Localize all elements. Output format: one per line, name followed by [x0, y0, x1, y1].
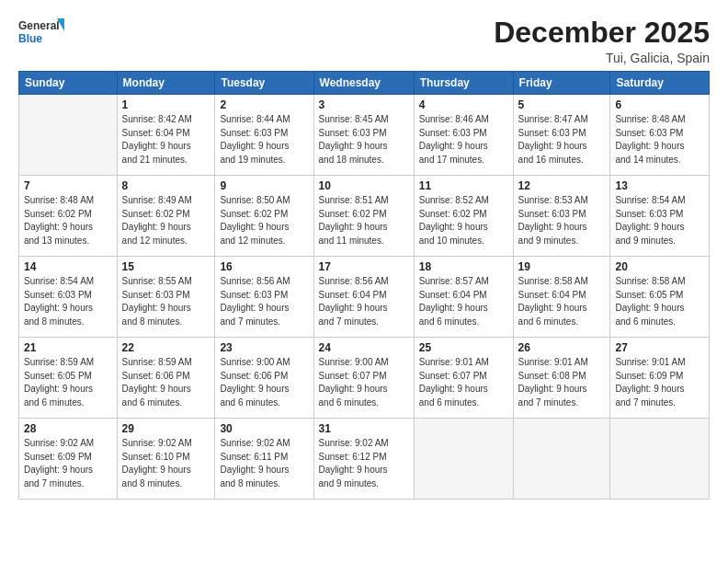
day-number: 23: [220, 341, 308, 354]
day-info: Sunrise: 8:57 AMSunset: 6:04 PMDaylight:…: [419, 275, 508, 328]
day-number: 9: [220, 179, 308, 192]
day-number: 19: [518, 260, 606, 273]
calendar-cell: 5Sunrise: 8:47 AMSunset: 6:03 PMDaylight…: [513, 95, 610, 176]
calendar-cell: 8Sunrise: 8:49 AMSunset: 6:02 PMDaylight…: [117, 176, 215, 257]
day-number: 29: [122, 422, 210, 435]
calendar-cell: [610, 419, 710, 500]
month-title: December 2025: [494, 17, 710, 49]
header-cell-saturday: Saturday: [610, 72, 710, 95]
calendar-cell: 21Sunrise: 8:59 AMSunset: 6:05 PMDayligh…: [19, 338, 118, 419]
calendar-header-row: SundayMondayTuesdayWednesdayThursdayFrid…: [19, 72, 710, 95]
calendar-cell: 17Sunrise: 8:56 AMSunset: 6:04 PMDayligh…: [313, 257, 414, 338]
day-info: Sunrise: 9:01 AMSunset: 6:07 PMDaylight:…: [419, 356, 508, 409]
calendar-cell: 22Sunrise: 8:59 AMSunset: 6:06 PMDayligh…: [117, 338, 215, 419]
logo: General Blue: [18, 17, 64, 50]
day-info: Sunrise: 8:58 AMSunset: 6:04 PMDaylight:…: [518, 275, 606, 328]
location: Tui, Galicia, Spain: [494, 51, 710, 65]
day-number: 13: [615, 179, 704, 192]
day-info: Sunrise: 8:56 AMSunset: 6:03 PMDaylight:…: [220, 275, 308, 328]
calendar-cell: 12Sunrise: 8:53 AMSunset: 6:03 PMDayligh…: [513, 176, 610, 257]
calendar-cell: 7Sunrise: 8:48 AMSunset: 6:02 PMDaylight…: [19, 176, 118, 257]
calendar-cell: 19Sunrise: 8:58 AMSunset: 6:04 PMDayligh…: [513, 257, 610, 338]
day-info: Sunrise: 8:54 AMSunset: 6:03 PMDaylight:…: [24, 275, 112, 328]
day-number: 26: [518, 341, 606, 354]
day-info: Sunrise: 9:02 AMSunset: 6:11 PMDaylight:…: [220, 437, 308, 490]
calendar-week-1: 7Sunrise: 8:48 AMSunset: 6:02 PMDaylight…: [19, 176, 710, 257]
day-number: 7: [24, 179, 112, 192]
calendar-cell: 10Sunrise: 8:51 AMSunset: 6:02 PMDayligh…: [313, 176, 414, 257]
day-number: 18: [419, 260, 508, 273]
day-info: Sunrise: 8:48 AMSunset: 6:03 PMDaylight:…: [615, 113, 704, 167]
calendar-cell: 23Sunrise: 9:00 AMSunset: 6:06 PMDayligh…: [215, 338, 313, 419]
calendar-cell: 29Sunrise: 9:02 AMSunset: 6:10 PMDayligh…: [117, 419, 215, 500]
header-cell-thursday: Thursday: [414, 72, 513, 95]
calendar-cell: 11Sunrise: 8:52 AMSunset: 6:02 PMDayligh…: [414, 176, 513, 257]
header-cell-tuesday: Tuesday: [215, 72, 313, 95]
calendar-cell: 27Sunrise: 9:01 AMSunset: 6:09 PMDayligh…: [610, 338, 710, 419]
calendar-week-3: 21Sunrise: 8:59 AMSunset: 6:05 PMDayligh…: [19, 338, 710, 419]
day-info: Sunrise: 8:42 AMSunset: 6:04 PMDaylight:…: [122, 113, 210, 167]
day-number: 22: [122, 341, 210, 354]
day-number: 31: [319, 422, 409, 435]
calendar-cell: 13Sunrise: 8:54 AMSunset: 6:03 PMDayligh…: [610, 176, 710, 257]
day-info: Sunrise: 9:01 AMSunset: 6:08 PMDaylight:…: [518, 356, 606, 409]
title-block: December 2025 Tui, Galicia, Spain: [494, 17, 710, 65]
day-info: Sunrise: 8:46 AMSunset: 6:03 PMDaylight:…: [419, 113, 508, 167]
calendar-cell: 31Sunrise: 9:02 AMSunset: 6:12 PMDayligh…: [313, 419, 414, 500]
day-number: 12: [518, 179, 606, 192]
header-cell-sunday: Sunday: [19, 72, 118, 95]
calendar-week-0: 1Sunrise: 8:42 AMSunset: 6:04 PMDaylight…: [19, 95, 710, 176]
day-info: Sunrise: 8:56 AMSunset: 6:04 PMDaylight:…: [319, 275, 409, 328]
calendar-cell: 24Sunrise: 9:00 AMSunset: 6:07 PMDayligh…: [313, 338, 414, 419]
day-info: Sunrise: 8:45 AMSunset: 6:03 PMDaylight:…: [319, 113, 409, 167]
calendar-cell: 9Sunrise: 8:50 AMSunset: 6:02 PMDaylight…: [215, 176, 313, 257]
calendar-table: SundayMondayTuesdayWednesdayThursdayFrid…: [18, 71, 710, 500]
day-number: 25: [419, 341, 508, 354]
day-info: Sunrise: 9:02 AMSunset: 6:09 PMDaylight:…: [24, 437, 112, 490]
day-number: 8: [122, 179, 210, 192]
calendar-cell: 30Sunrise: 9:02 AMSunset: 6:11 PMDayligh…: [215, 419, 313, 500]
calendar-cell: [19, 95, 118, 176]
day-info: Sunrise: 9:01 AMSunset: 6:09 PMDaylight:…: [615, 356, 704, 409]
day-number: 6: [615, 98, 704, 111]
calendar-cell: 4Sunrise: 8:46 AMSunset: 6:03 PMDaylight…: [414, 95, 513, 176]
day-number: 24: [319, 341, 409, 354]
day-info: Sunrise: 9:02 AMSunset: 6:12 PMDaylight:…: [319, 437, 409, 490]
day-number: 21: [24, 341, 112, 354]
calendar-cell: 26Sunrise: 9:01 AMSunset: 6:08 PMDayligh…: [513, 338, 610, 419]
day-number: 1: [122, 98, 210, 111]
day-info: Sunrise: 8:58 AMSunset: 6:05 PMDaylight:…: [615, 275, 704, 328]
calendar-cell: [414, 419, 513, 500]
calendar-cell: [513, 419, 610, 500]
day-number: 14: [24, 260, 112, 273]
calendar-cell: 15Sunrise: 8:55 AMSunset: 6:03 PMDayligh…: [117, 257, 215, 338]
header: General Blue December 2025 Tui, Galicia,…: [18, 17, 710, 65]
calendar-cell: 25Sunrise: 9:01 AMSunset: 6:07 PMDayligh…: [414, 338, 513, 419]
svg-text:General: General: [18, 19, 60, 32]
day-info: Sunrise: 8:48 AMSunset: 6:02 PMDaylight:…: [24, 194, 112, 247]
day-number: 28: [24, 422, 112, 435]
calendar-cell: 2Sunrise: 8:44 AMSunset: 6:03 PMDaylight…: [215, 95, 313, 176]
day-info: Sunrise: 9:00 AMSunset: 6:07 PMDaylight:…: [319, 356, 409, 409]
day-number: 15: [122, 260, 210, 273]
header-cell-monday: Monday: [117, 72, 215, 95]
day-info: Sunrise: 8:52 AMSunset: 6:02 PMDaylight:…: [419, 194, 508, 247]
day-info: Sunrise: 8:49 AMSunset: 6:02 PMDaylight:…: [122, 194, 210, 247]
day-info: Sunrise: 8:55 AMSunset: 6:03 PMDaylight:…: [122, 275, 210, 328]
day-number: 16: [220, 260, 308, 273]
day-number: 20: [615, 260, 704, 273]
calendar-cell: 20Sunrise: 8:58 AMSunset: 6:05 PMDayligh…: [610, 257, 710, 338]
day-info: Sunrise: 9:00 AMSunset: 6:06 PMDaylight:…: [220, 356, 308, 409]
header-cell-wednesday: Wednesday: [313, 72, 414, 95]
day-number: 2: [220, 98, 308, 111]
day-info: Sunrise: 8:44 AMSunset: 6:03 PMDaylight:…: [220, 113, 308, 167]
day-info: Sunrise: 8:59 AMSunset: 6:05 PMDaylight:…: [24, 356, 112, 409]
calendar-cell: 18Sunrise: 8:57 AMSunset: 6:04 PMDayligh…: [414, 257, 513, 338]
calendar-cell: 14Sunrise: 8:54 AMSunset: 6:03 PMDayligh…: [19, 257, 118, 338]
day-number: 3: [319, 98, 409, 111]
calendar-week-4: 28Sunrise: 9:02 AMSunset: 6:09 PMDayligh…: [19, 419, 710, 500]
day-number: 10: [319, 179, 409, 192]
day-number: 4: [419, 98, 508, 111]
calendar-cell: 3Sunrise: 8:45 AMSunset: 6:03 PMDaylight…: [313, 95, 414, 176]
svg-text:Blue: Blue: [18, 32, 42, 45]
